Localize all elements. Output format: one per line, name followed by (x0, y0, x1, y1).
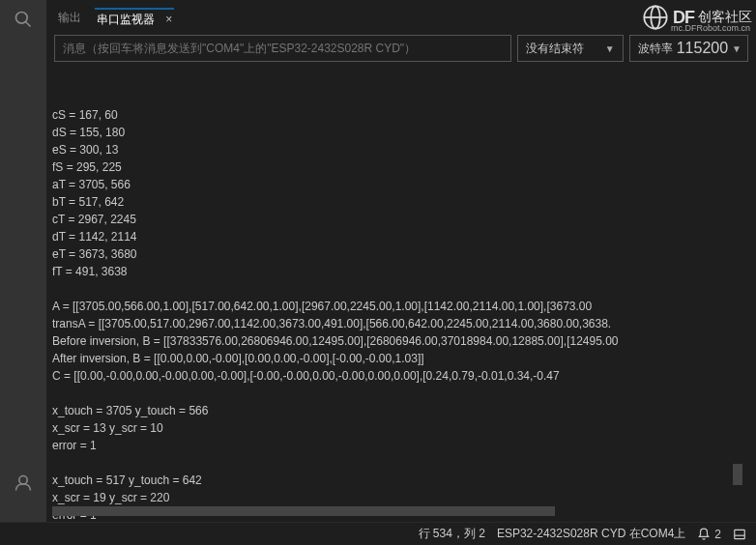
baud-rate-select[interactable]: 波特率 115200 ▼ (629, 35, 748, 62)
serial-controls: 没有结束符 ▼ 波特率 115200 ▼ (46, 29, 756, 66)
baud-value: 115200 (677, 40, 728, 57)
tab-serial-monitor[interactable]: 串口监视器 × (95, 8, 174, 28)
vertical-scrollbar-thumb[interactable] (733, 464, 742, 485)
chevron-down-icon: ▼ (605, 43, 615, 54)
panel-tabs: 输出 串口监视器 × DF 创客社区 mc.DFRobot.com.cn (46, 6, 756, 29)
serial-output: cS = 167, 60 dS = 155, 180 eS = 300, 13 … (46, 66, 756, 522)
notifications-button[interactable]: 2 (697, 528, 721, 541)
chevron-down-icon: ▼ (732, 43, 741, 54)
search-icon[interactable] (8, 4, 39, 35)
close-icon[interactable]: × (165, 13, 172, 26)
line-ending-select[interactable]: 没有结束符 ▼ (517, 35, 624, 62)
svg-rect-6 (735, 530, 745, 538)
cursor-position[interactable]: 行 534，列 2 (419, 526, 485, 542)
panel-area: 输出 串口监视器 × DF 创客社区 mc.DFRobot.com.cn 没有结… (46, 0, 756, 522)
board-port-status[interactable]: ESP32-2432S028R CYD 在COM4上 (497, 526, 685, 542)
scrollbar-thumb[interactable] (52, 506, 555, 516)
notification-count: 2 (714, 528, 721, 541)
account-icon[interactable] (8, 468, 39, 499)
svg-point-0 (16, 13, 28, 24)
activity-bar (0, 0, 46, 545)
svg-line-1 (26, 22, 31, 27)
globe-icon (642, 4, 669, 31)
close-panel-button[interactable] (733, 528, 746, 541)
panel-icon (733, 528, 746, 541)
tab-output[interactable]: 输出 (56, 10, 83, 26)
message-input[interactable] (54, 35, 511, 62)
baud-label: 波特率 (638, 41, 673, 57)
line-ending-label: 没有结束符 (526, 41, 584, 57)
svg-point-2 (19, 476, 27, 484)
terminal-content: cS = 167, 60 dS = 155, 180 eS = 300, 13 … (52, 106, 756, 522)
horizontal-scrollbar[interactable] (52, 506, 739, 516)
brand-url: mc.DFRobot.com.cn (671, 23, 750, 33)
status-bar: 行 534，列 2 ESP32-2432S028R CYD 在COM4上 2 (0, 522, 756, 545)
brand-logo: DF 创客社区 mc.DFRobot.com.cn (642, 4, 752, 31)
tab-label: 串口监视器 (97, 13, 155, 26)
bell-icon (697, 528, 711, 541)
